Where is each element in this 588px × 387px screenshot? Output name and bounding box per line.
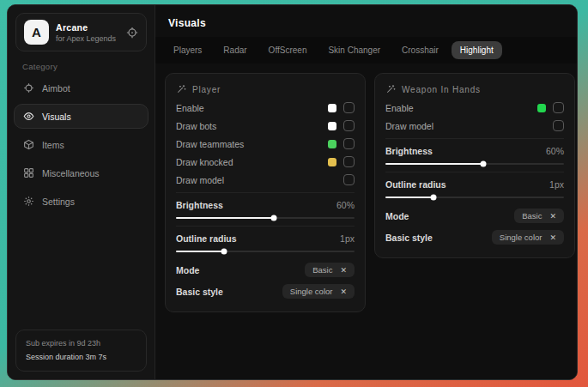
slider-fill [176, 251, 224, 252]
slider-fill [176, 217, 274, 219]
setting-row: Draw knocked [176, 153, 355, 171]
setting-label: Draw model [176, 175, 224, 185]
category-label: Category [22, 62, 140, 71]
tab-offscreen[interactable]: OffScreen [260, 41, 316, 59]
checkbox[interactable] [343, 120, 355, 131]
sidebar-item-items[interactable]: Items [14, 132, 149, 157]
panel-divider [176, 226, 355, 227]
setting-label: Draw model [385, 121, 433, 131]
checkbox[interactable] [343, 102, 355, 113]
checkbox[interactable] [343, 156, 355, 167]
panel-divider [385, 138, 564, 139]
setting-label: Basic style [385, 233, 433, 243]
wand-icon [176, 84, 186, 94]
color-swatch[interactable] [537, 104, 546, 112]
setting-label: Mode [385, 211, 409, 221]
tag-pill[interactable]: Basic✕ [305, 263, 355, 277]
app-subtitle: for Apex Legends [56, 34, 119, 43]
slider-track[interactable] [176, 217, 355, 219]
subscription-info: Sub expires in 9d 23h Session duration 3… [15, 330, 147, 372]
sidebar-item-miscellaneous[interactable]: Miscellaneous [14, 160, 149, 185]
setting-row: Draw bots [176, 117, 355, 135]
slider-thumb[interactable] [271, 215, 277, 221]
sidebar-item-label: Aimbot [42, 83, 70, 94]
tag-remove-icon[interactable]: ✕ [340, 287, 347, 296]
slider-track[interactable] [385, 197, 564, 198]
slider-row: Brightness60% [176, 197, 355, 213]
panel-divider [176, 192, 355, 193]
app-name: Arcane [56, 22, 119, 33]
tab-skin-changer[interactable]: Skin Changer [319, 41, 389, 59]
setting-label: Draw bots [176, 121, 216, 131]
tag-remove-icon[interactable]: ✕ [549, 212, 556, 221]
tab-radar[interactable]: Radar [215, 41, 255, 59]
app-logo: A [24, 20, 49, 45]
sidebar: A Arcane for Apex Legends Category Aimbo… [8, 5, 155, 379]
cube-icon [23, 139, 34, 150]
slider-label: Brightness [385, 146, 433, 156]
color-swatch[interactable] [328, 122, 336, 130]
tab-players[interactable]: Players [165, 41, 210, 59]
setting-controls [553, 120, 564, 131]
sidebar-item-settings[interactable]: Settings [14, 189, 149, 214]
checkbox[interactable] [343, 174, 355, 185]
tag-value: Single color [500, 233, 543, 242]
color-swatch[interactable] [328, 158, 336, 166]
slider-row: Outline radius1px [385, 176, 564, 192]
slider-label: Outline radius [176, 233, 237, 244]
app-window: A Arcane for Apex Legends Category Aimbo… [7, 4, 578, 380]
wand-icon [385, 84, 396, 94]
sidebar-item-visuals[interactable]: Visuals [14, 104, 149, 129]
slider-thumb[interactable] [221, 249, 227, 255]
tag-remove-icon[interactable]: ✕ [340, 266, 347, 275]
tab-crosshair[interactable]: Crosshair [393, 41, 447, 59]
tag-setting-row: ModeBasic✕ [385, 205, 564, 227]
slider-thumb[interactable] [481, 161, 487, 167]
panel-header: Player [176, 76, 355, 99]
slider-label: Outline radius [385, 179, 446, 190]
setting-row: Enable [385, 99, 564, 117]
tag-pill[interactable]: Single color✕ [282, 284, 355, 299]
checkbox[interactable] [553, 102, 564, 113]
slider-thumb[interactable] [431, 195, 437, 201]
sidebar-nav: AimbotVisualsItemsMiscellaneousSettings [8, 74, 155, 215]
slider-row: Outline radius1px [176, 230, 355, 246]
sidebar-item-label: Visuals [42, 112, 71, 122]
slider-track[interactable] [176, 251, 355, 252]
panel-player: PlayerEnableDraw botsDraw teammatesDraw … [165, 73, 366, 312]
tag-value: Basic [522, 211, 542, 221]
panel-title: Player [192, 85, 221, 94]
checkbox[interactable] [343, 138, 355, 149]
page-title: Visuals [155, 5, 578, 37]
setting-row: Draw model [176, 171, 355, 189]
setting-controls [328, 156, 355, 167]
slider-label: Brightness [176, 200, 223, 210]
panel-divider [385, 172, 564, 172]
setting-label: Mode [176, 265, 199, 275]
slider-fill [385, 163, 483, 165]
grid-icon [23, 167, 34, 178]
tab-highlight[interactable]: Highlight [452, 41, 502, 59]
main-area: Visuals PlayersRadarOffScreenSkin Change… [155, 5, 578, 379]
gear-icon [23, 196, 34, 207]
setting-controls [328, 102, 355, 113]
tag-pill[interactable]: Basic✕ [514, 209, 564, 223]
tag-remove-icon[interactable]: ✕ [549, 233, 556, 242]
sidebar-item-aimbot[interactable]: Aimbot [14, 76, 149, 100]
tag-setting-row: Basic styleSingle color✕ [385, 227, 564, 248]
target-icon[interactable] [126, 27, 138, 39]
slider-row: Brightness60% [385, 142, 564, 159]
slider-track[interactable] [385, 163, 564, 165]
setting-label: Enable [385, 103, 414, 113]
slider-value: 1px [340, 233, 355, 244]
panel-header: Weapon In Hands [385, 76, 564, 99]
checkbox[interactable] [553, 120, 564, 131]
setting-row: Draw model [385, 117, 564, 135]
tag-value: Basic [312, 265, 332, 275]
tag-pill[interactable]: Single color✕ [492, 230, 564, 245]
sub-expires-text: Sub expires in 9d 23h [26, 337, 136, 350]
color-swatch[interactable] [328, 104, 336, 112]
color-swatch[interactable] [328, 140, 336, 148]
setting-label: Basic style [176, 287, 223, 297]
panel-title: Weapon In Hands [402, 85, 481, 94]
